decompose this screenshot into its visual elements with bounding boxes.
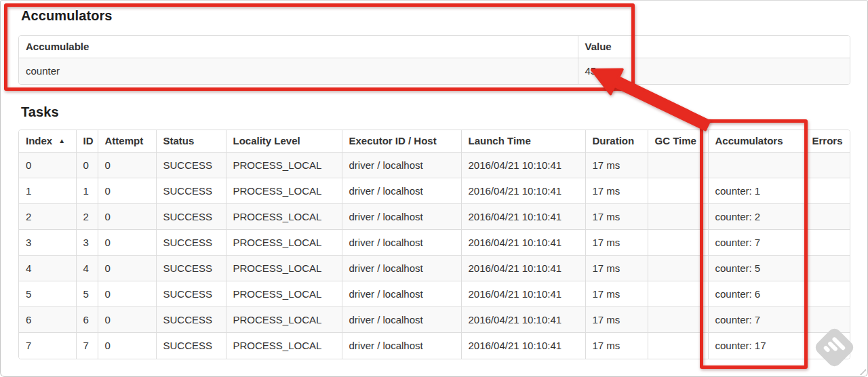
header-row: Index▲IDAttemptStatusLocality LevelExecu… [19,130,850,153]
status-cell: SUCCESS [156,333,226,359]
errors-cell [805,204,850,230]
spark-ui-page: Accumulators AccumulableValue counter45 … [0,0,868,377]
tasks-section-heading: Tasks [21,104,59,120]
column-header-executor-id-host[interactable]: Executor ID / Host [342,130,461,153]
accumulators-table: AccumulableValue counter45 [18,35,850,85]
attempt-cell: 0 [98,178,156,204]
attempt-cell: 0 [98,230,156,256]
errors-cell [805,153,850,178]
errors-cell [805,230,850,256]
tasks-table-body: 000SUCCESSPROCESS_LOCALdriver / localhos… [19,153,850,359]
table-row: 550SUCCESSPROCESS_LOCALdriver / localhos… [19,281,850,307]
index-cell: 0 [19,153,76,178]
attempt-cell: 0 [98,281,156,307]
gc-time-cell [648,204,708,230]
executor-id-host-cell: driver / localhost [342,281,461,307]
accumulators-cell: counter: 7 [708,230,805,256]
gc-time-cell [648,333,708,359]
locality-level-cell: PROCESS_LOCAL [226,333,342,359]
accumulators-table-body: counter45 [19,58,850,84]
executor-id-host-cell: driver / localhost [342,307,461,333]
launch-time-cell: 2016/04/21 10:10:41 [461,230,585,256]
column-header-duration[interactable]: Duration [585,130,648,153]
gc-time-cell [648,307,708,333]
accumulable-cell: counter [19,58,578,84]
window-resize-corner [858,367,866,375]
id-cell: 7 [76,333,98,359]
duration-cell: 17 ms [585,307,648,333]
accumulators-cell: counter: 17 [708,333,805,359]
locality-level-cell: PROCESS_LOCAL [226,153,342,178]
column-header-index[interactable]: Index▲ [19,130,76,153]
errors-cell [805,178,850,204]
index-cell: 6 [19,307,76,333]
column-header-accumulators[interactable]: Accumulators [708,130,805,153]
column-header-gc-time[interactable]: GC Time [648,130,708,153]
duration-cell: 17 ms [585,281,648,307]
accumulators-section-heading: Accumulators [21,8,113,24]
id-cell: 5 [76,281,98,307]
launch-time-cell: 2016/04/21 10:10:41 [461,281,585,307]
errors-cell [805,281,850,307]
launch-time-cell: 2016/04/21 10:10:41 [461,333,585,359]
attempt-cell: 0 [98,153,156,178]
status-cell: SUCCESS [156,230,226,256]
attempt-cell: 0 [98,307,156,333]
column-header-id[interactable]: ID [76,130,98,153]
id-cell: 1 [76,178,98,204]
index-cell: 1 [19,178,76,204]
index-cell: 2 [19,204,76,230]
gc-time-cell [648,230,708,256]
id-cell: 0 [76,153,98,178]
gc-time-cell [648,178,708,204]
accumulators-table-header: AccumulableValue [19,36,850,58]
executor-id-host-cell: driver / localhost [342,256,461,281]
column-header-locality-level[interactable]: Locality Level [226,130,342,153]
index-cell: 5 [19,281,76,307]
locality-level-cell: PROCESS_LOCAL [226,307,342,333]
sort-ascending-icon: ▲ [58,137,65,144]
index-cell: 7 [19,333,76,359]
accumulators-cell: counter: 6 [708,281,805,307]
column-header-status[interactable]: Status [156,130,226,153]
id-cell: 4 [76,256,98,281]
tasks-table: Index▲IDAttemptStatusLocality LevelExecu… [18,130,850,359]
table-row: 110SUCCESSPROCESS_LOCALdriver / localhos… [19,178,850,204]
executor-id-host-cell: driver / localhost [342,204,461,230]
status-cell: SUCCESS [156,307,226,333]
gc-time-cell [648,281,708,307]
column-header-launch-time[interactable]: Launch Time [461,130,585,153]
id-cell: 3 [76,230,98,256]
errors-cell [805,256,850,281]
status-cell: SUCCESS [156,153,226,178]
duration-cell: 17 ms [585,204,648,230]
executor-id-host-cell: driver / localhost [342,153,461,178]
launch-time-cell: 2016/04/21 10:10:41 [461,256,585,281]
column-header-attempt[interactable]: Attempt [98,130,156,153]
gc-time-cell [648,153,708,178]
accumulators-cell [708,153,805,178]
duration-cell: 17 ms [585,178,648,204]
executor-id-host-cell: driver / localhost [342,230,461,256]
status-cell: SUCCESS [156,204,226,230]
column-header-errors[interactable]: Errors [805,130,850,153]
header-row: AccumulableValue [19,36,850,58]
locality-level-cell: PROCESS_LOCAL [226,230,342,256]
status-cell: SUCCESS [156,281,226,307]
status-cell: SUCCESS [156,256,226,281]
table-row: 770SUCCESSPROCESS_LOCALdriver / localhos… [19,333,850,359]
executor-id-host-cell: driver / localhost [342,178,461,204]
locality-level-cell: PROCESS_LOCAL [226,256,342,281]
index-cell: 3 [19,230,76,256]
tasks-table-header: Index▲IDAttemptStatusLocality LevelExecu… [19,130,850,153]
locality-level-cell: PROCESS_LOCAL [226,178,342,204]
gc-time-cell [648,256,708,281]
table-row: 330SUCCESSPROCESS_LOCALdriver / localhos… [19,230,850,256]
table-row: 220SUCCESSPROCESS_LOCALdriver / localhos… [19,204,850,230]
duration-cell: 17 ms [585,153,648,178]
status-cell: SUCCESS [156,178,226,204]
accumulators-cell: counter: 1 [708,178,805,204]
launch-time-cell: 2016/04/21 10:10:41 [461,204,585,230]
launch-time-cell: 2016/04/21 10:10:41 [461,178,585,204]
launch-time-cell: 2016/04/21 10:10:41 [461,307,585,333]
